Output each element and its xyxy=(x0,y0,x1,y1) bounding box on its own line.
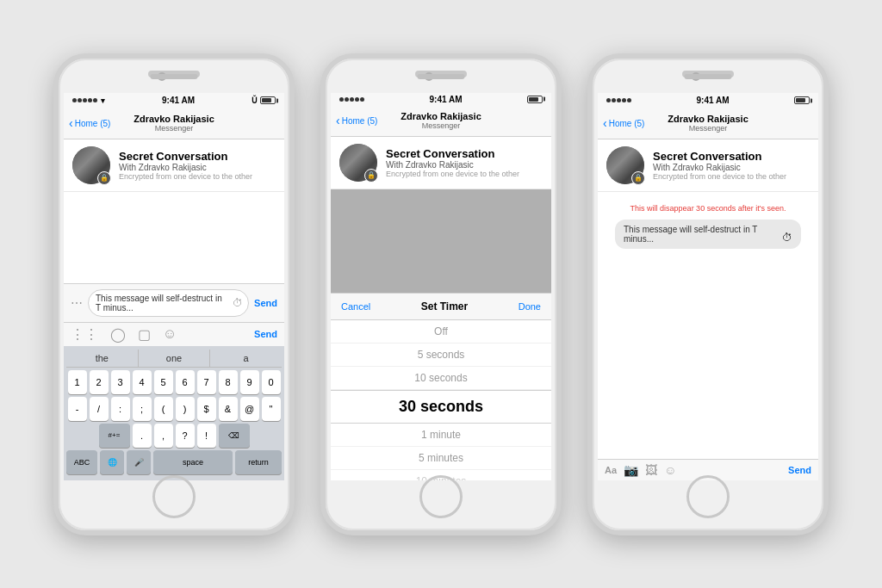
screen-3: 9:41 AM ‹ Home (5) Zdravko Rakijasic Mes… xyxy=(598,93,818,480)
back-button-3[interactable]: ‹ Home (5) xyxy=(603,116,644,130)
chat-area-3: This will disappear 30 seconds after it'… xyxy=(598,192,818,459)
dot-1 xyxy=(72,98,77,102)
aa-label[interactable]: Aa xyxy=(605,465,617,475)
input-row-3: Aa 📷 🖼 ☺ Send xyxy=(598,459,818,480)
key-row-3: #+= . , ? ! ⌫ xyxy=(66,424,282,448)
nav-bar-1: ‹ Home (5) Zdravko Rakijasic Messenger xyxy=(64,108,284,139)
key-colon[interactable]: : xyxy=(111,397,130,421)
timer-option-30s[interactable]: 30 seconds xyxy=(331,390,551,424)
emoji-icon-3[interactable]: ☺ xyxy=(664,463,676,477)
key-suggestions-row: the one a xyxy=(66,350,282,368)
convo-info-3: Secret Conversation With Zdravko Rakijas… xyxy=(653,150,810,181)
back-button-2[interactable]: ‹ Home (5) xyxy=(336,114,377,127)
keyboard-1[interactable]: the one a 1 2 3 4 5 6 7 8 9 0 - xyxy=(64,346,284,480)
key-rparen[interactable]: ) xyxy=(176,397,195,421)
status-time-2: 9:41 AM xyxy=(430,95,463,104)
key-9[interactable]: 9 xyxy=(240,370,259,394)
signal-area: ▾ xyxy=(72,96,105,105)
key-dash[interactable]: - xyxy=(68,397,87,421)
key-lparen[interactable]: ( xyxy=(154,397,173,421)
key-space[interactable]: space xyxy=(153,450,233,474)
key-delete[interactable]: ⌫ xyxy=(219,424,250,448)
tool-row-1: ⋮⋮ ◯ ▢ ☺ Send xyxy=(64,322,284,346)
lock-icon-2: 🔒 xyxy=(364,169,378,183)
suggest-a[interactable]: a xyxy=(210,350,282,367)
timer-done-button[interactable]: Done xyxy=(519,301,541,312)
nav-title-main-1: Zdravko Rakijasic xyxy=(134,114,214,124)
key-dollar[interactable]: $ xyxy=(197,397,216,421)
key-globe[interactable]: 🌐 xyxy=(100,450,124,474)
chat-area-1 xyxy=(64,192,284,283)
key-3[interactable]: 3 xyxy=(111,370,130,394)
timer-icon-1[interactable]: ⏱ xyxy=(233,297,243,309)
key-amp[interactable]: & xyxy=(219,397,238,421)
key-2[interactable]: 2 xyxy=(90,370,109,394)
key-mic[interactable]: 🎤 xyxy=(127,450,151,474)
back-button-1[interactable]: ‹ Home (5) xyxy=(69,116,110,130)
key-6[interactable]: 6 xyxy=(176,370,195,394)
convo-title-3: Secret Conversation xyxy=(653,150,810,163)
timer-option-off[interactable]: Off xyxy=(331,320,551,344)
convo-with-3: With Zdravko Rakijasic xyxy=(653,163,810,172)
key-slash[interactable]: / xyxy=(90,397,109,421)
phone-2: 9:41 AM ‹ Home (5) Zdravko Rakijasic Mes… xyxy=(320,53,562,535)
suggest-one[interactable]: one xyxy=(139,350,211,367)
key-row-nums: 1 2 3 4 5 6 7 8 9 0 xyxy=(66,370,282,394)
emoji-tool-icon[interactable]: ☺ xyxy=(163,326,177,342)
key-semi[interactable]: ; xyxy=(133,397,152,421)
conversation-item-3[interactable]: 🔒 Secret Conversation With Zdravko Rakij… xyxy=(598,139,818,192)
key-comma[interactable]: , xyxy=(154,424,173,448)
timer-option-10m[interactable]: 10 minutes xyxy=(331,470,551,480)
key-question[interactable]: ? xyxy=(176,424,195,448)
conversation-item-2[interactable]: 🔒 Secret Conversation With Zdravko Rakij… xyxy=(331,137,551,189)
message-timer-icon-3[interactable]: ⏱ xyxy=(782,232,792,244)
send-button-1[interactable]: Send xyxy=(254,298,277,308)
photo-icon-3[interactable]: 🖼 xyxy=(645,463,657,477)
convo-info-1: Secret Conversation With Zdravko Rakijas… xyxy=(119,150,276,181)
timer-option-10s[interactable]: 10 seconds xyxy=(331,367,551,390)
phone-1: ▾ 9:41 AM Ǔ ‹ Home (5) Zdravko Rakijasic… xyxy=(53,53,295,535)
key-abc[interactable]: ABC xyxy=(66,450,97,474)
status-bar-1: ▾ 9:41 AM Ǔ xyxy=(64,93,284,108)
camera-icon-3[interactable]: 📷 xyxy=(624,463,638,477)
disappear-notice: This will disappear 30 seconds after it'… xyxy=(606,201,810,216)
camera-tool-icon[interactable]: ◯ xyxy=(110,326,126,343)
photo-tool-icon[interactable]: ▢ xyxy=(138,326,151,343)
key-4[interactable]: 4 xyxy=(133,370,152,394)
nav-subtitle-1: Messenger xyxy=(134,124,214,133)
send-tool-label[interactable]: Send xyxy=(254,329,277,339)
key-at[interactable]: @ xyxy=(240,397,259,421)
phone-3: 9:41 AM ‹ Home (5) Zdravko Rakijasic Mes… xyxy=(587,53,829,535)
nav-title-main-2: Zdravko Rakijasic xyxy=(401,111,481,121)
key-return[interactable]: return xyxy=(235,450,282,474)
key-5[interactable]: 5 xyxy=(154,370,173,394)
timer-option-5s[interactable]: 5 seconds xyxy=(331,344,551,367)
status-right-1: Ǔ xyxy=(252,96,276,105)
key-hashtag-mode[interactable]: #+= xyxy=(99,424,130,448)
speaker-slot-2 xyxy=(418,74,465,79)
apps-icon-1[interactable]: ⋯ xyxy=(71,296,83,310)
convo-encrypted-3: Encrypted from one device to the other xyxy=(653,172,810,181)
message-input-box-1[interactable]: This message will self-destruct in T min… xyxy=(88,289,249,317)
convo-title-2: Secret Conversation xyxy=(386,147,543,160)
key-7[interactable]: 7 xyxy=(197,370,216,394)
gray-overlay xyxy=(331,189,551,293)
timer-option-1m[interactable]: 1 minute xyxy=(331,424,551,447)
send-button-3[interactable]: Send xyxy=(788,465,811,475)
key-quote[interactable]: " xyxy=(262,397,281,421)
key-1[interactable]: 1 xyxy=(68,370,87,394)
apps-tool-icon[interactable]: ⋮⋮ xyxy=(71,326,98,343)
key-period[interactable]: . xyxy=(133,424,152,448)
avatar-wrap-2: 🔒 xyxy=(339,144,377,182)
signal-dots xyxy=(72,98,97,102)
dot-2 xyxy=(78,98,82,102)
timer-cancel-button[interactable]: Cancel xyxy=(341,301,370,312)
suggest-the[interactable]: the xyxy=(66,350,139,367)
back-arrow-icon-2: ‹ xyxy=(336,114,340,127)
key-0[interactable]: 0 xyxy=(262,370,281,394)
conversation-item-1[interactable]: 🔒 Secret Conversation With Zdravko Rakij… xyxy=(64,139,284,192)
key-8[interactable]: 8 xyxy=(219,370,238,394)
nav-title-main-3: Zdravko Rakijasic xyxy=(668,114,748,124)
timer-option-5m[interactable]: 5 minutes xyxy=(331,447,551,470)
key-exclaim[interactable]: ! xyxy=(197,424,216,448)
